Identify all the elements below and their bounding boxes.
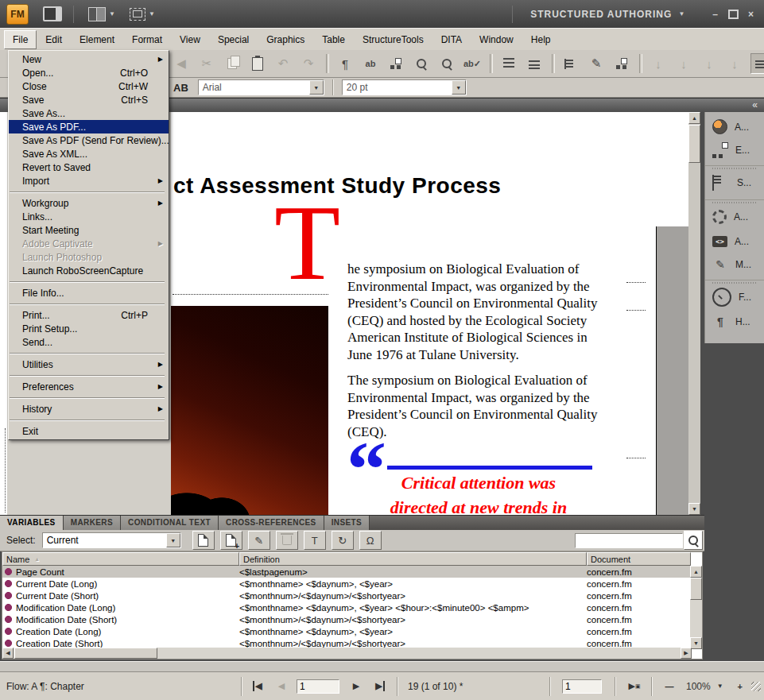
menu-print-setup[interactable]: Print Setup... ▶ [9, 322, 169, 335]
collapse-panels-icon[interactable]: « [752, 99, 756, 110]
zoom-out-button[interactable]: — [661, 679, 678, 694]
dock-item-f[interactable]: F... [705, 280, 764, 310]
variable-row[interactable]: Modification Date (Short) <$monthnum>/<$… [2, 613, 702, 625]
insert-element-arrow-1[interactable]: ↓ [649, 54, 668, 73]
variable-row[interactable]: Modification Date (Long) <$monthname> <$… [2, 601, 702, 613]
menu-revert[interactable]: Revert to Saved ▶ [9, 160, 169, 174]
chevron-down-icon[interactable]: ▼ [452, 80, 466, 95]
scroll-down-icon[interactable]: ▼ [688, 503, 700, 515]
column-header-name[interactable]: Name ▲ [2, 552, 239, 566]
font-family-select[interactable]: Arial ▼ [198, 79, 324, 95]
menubar-item[interactable]: Graphics [258, 30, 313, 49]
menu-file-info[interactable]: File Info... ▶ [9, 286, 169, 300]
scrollbar-thumb[interactable] [690, 578, 702, 600]
pod-tab[interactable]: CROSS-REFERENCES [219, 516, 324, 530]
previous-view-icon[interactable]: ◀ [172, 54, 191, 73]
line-number-input[interactable] [562, 679, 602, 694]
structure-view-icon[interactable] [561, 54, 580, 73]
attributes-icon[interactable] [612, 54, 631, 73]
delete-variable-button[interactable] [276, 531, 298, 550]
undo-icon[interactable]: ↶ [273, 54, 293, 73]
scroll-left-icon[interactable]: ◀ [2, 648, 14, 659]
menu-launch-photoshop[interactable]: Launch Photoshop ▶ [9, 250, 169, 264]
chevron-down-icon[interactable]: ▼ [166, 533, 180, 547]
dock-item-m[interactable]: ✎ M... [705, 253, 764, 276]
menubar-item[interactable]: DITA [432, 30, 471, 49]
last-page-button[interactable]: ▶ [371, 679, 389, 694]
scroll-down-icon[interactable]: ▼ [690, 637, 702, 649]
font-size-select[interactable]: 20 pt ▼ [342, 79, 467, 95]
variable-row[interactable]: Creation Date (Long) <$monthname> <$dayn… [2, 625, 702, 637]
redo-icon[interactable]: ↷ [299, 54, 318, 73]
variable-row[interactable]: Current Date (Long) <$monthname> <$daynu… [2, 578, 702, 590]
menubar-item[interactable]: Edit [37, 30, 71, 49]
page-jump-icon[interactable]: ▶▣ [626, 679, 643, 694]
menu-print[interactable]: Print... Ctrl+P ▶ [9, 308, 169, 322]
update-button[interactable]: ↻ [332, 531, 354, 550]
variables-search-input[interactable] [575, 533, 683, 548]
zoom-menu-icon[interactable]: ▼ [717, 683, 723, 690]
layout-picker-button[interactable]: ▼ [88, 7, 115, 21]
menubar-item[interactable]: Format [123, 30, 171, 49]
scroll-up-icon[interactable]: ▲ [690, 566, 702, 578]
space-above-icon[interactable] [499, 54, 518, 73]
resize-gutter[interactable] [0, 661, 764, 671]
paragraph-catalog-icon[interactable]: ¶ [335, 54, 355, 73]
anchored-frame-icon[interactable] [386, 54, 405, 73]
pod-tab[interactable]: CONDITIONAL TEXT [121, 516, 219, 530]
insert-element-arrow-2[interactable]: ↓ [674, 54, 693, 73]
close-button[interactable]: × [748, 9, 754, 20]
menu-history[interactable]: History ▶ [9, 402, 169, 416]
search-button[interactable] [684, 531, 703, 550]
zoom-level-value[interactable]: 100% [686, 681, 711, 692]
variable-row[interactable]: Current Date (Short) <$monthnum>/<$daynu… [2, 590, 702, 601]
menu-preferences[interactable]: Preferences ▶ [9, 380, 169, 393]
dock-item-s[interactable]: S... [705, 165, 764, 195]
menu-save-as-xml[interactable]: Save As XML... ▶ [9, 147, 169, 160]
menu-send[interactable]: Send... ▶ [9, 335, 169, 349]
previous-page-button[interactable]: ◀ [273, 679, 290, 694]
table-h-scrollbar[interactable]: ◀ ▶ [2, 648, 692, 659]
insert-element-arrow-3[interactable]: ↓ [700, 54, 719, 73]
add-variable-button[interactable] [220, 531, 242, 550]
scrollbar-thumb[interactable] [688, 125, 700, 163]
menu-utilities[interactable]: Utilities ▶ [9, 358, 169, 371]
screen-mode-button[interactable]: ▼ [130, 8, 155, 21]
next-page-button[interactable]: ▶ [347, 679, 365, 694]
paste-icon[interactable] [248, 54, 267, 73]
variable-row[interactable]: Page Count <$lastpagenum> concern.fm [2, 566, 702, 578]
menubar-item[interactable]: Special [209, 30, 258, 49]
page-number-input[interactable] [297, 679, 339, 694]
menu-exit[interactable]: Exit ▶ [9, 424, 169, 438]
menubar-item[interactable]: Element [71, 30, 123, 49]
new-variable-button[interactable] [192, 531, 215, 550]
column-header-definition[interactable]: Definition [239, 552, 587, 566]
chevron-down-icon[interactable]: ▼ [309, 80, 324, 95]
menu-save-as-pdf[interactable]: Save As PDF... ▶ [9, 120, 169, 133]
conditional-text-icon[interactable]: ✎ [587, 54, 606, 73]
dock-item-a3[interactable]: <> A... [705, 230, 764, 253]
dock-item-a1[interactable]: A... [705, 115, 764, 138]
table-v-scrollbar[interactable]: ▲ ▼ [690, 566, 702, 649]
column-header-document[interactable]: Document [587, 552, 691, 566]
zoom-in-button[interactable]: + [731, 679, 749, 694]
dock-item-e[interactable]: E... [705, 138, 764, 161]
search-icon[interactable] [437, 54, 456, 73]
dock-item-h[interactable]: ¶ H... [705, 310, 764, 333]
menu-workgroup[interactable]: Workgroup ▶ [9, 196, 169, 210]
menubar-item[interactable]: File [4, 30, 37, 49]
menubar-item[interactable]: Help [522, 30, 560, 49]
scroll-up-icon[interactable]: ▲ [688, 112, 700, 124]
menu-save-as-pdf-review[interactable]: Save As PDF (Send For Review)... ▶ [9, 133, 169, 147]
minimize-button[interactable]: – [712, 9, 719, 20]
menu-close[interactable]: Close Ctrl+W ▶ [9, 79, 169, 93]
resize-grip[interactable] [751, 682, 761, 691]
pod-tab[interactable]: VARIABLES [0, 516, 64, 530]
dock-item-a2[interactable]: A... [705, 199, 764, 230]
find-change-icon[interactable] [412, 54, 431, 73]
window-toggle-icon[interactable] [43, 6, 62, 21]
menu-links[interactable]: Links... ▶ [9, 210, 169, 223]
menu-launch-roboscreencapture[interactable]: Launch RoboScreenCapture ▶ [9, 264, 169, 277]
copy-icon[interactable] [223, 54, 242, 73]
maximize-button[interactable] [728, 10, 739, 19]
